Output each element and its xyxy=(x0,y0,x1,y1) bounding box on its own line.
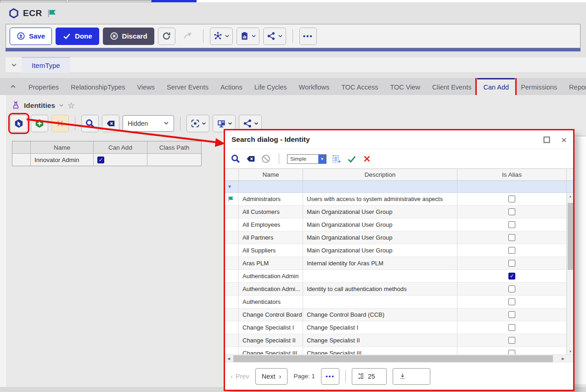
cancel-icon[interactable] xyxy=(362,154,372,164)
row-selector-cell[interactable] xyxy=(12,154,31,166)
column-header[interactable] xyxy=(225,169,239,180)
is-alias-checkbox[interactable] xyxy=(508,260,515,267)
tab-actions[interactable]: Actions xyxy=(214,78,248,95)
related-grid-row[interactable]: Innovator Admin✓ xyxy=(12,154,201,166)
row-selector-cell[interactable] xyxy=(225,257,239,270)
scroll-right-icon[interactable]: ▶ xyxy=(559,355,567,363)
chevron-up-icon[interactable] xyxy=(10,78,16,95)
column-header[interactable] xyxy=(12,141,31,154)
is-alias-checkbox[interactable] xyxy=(508,247,515,254)
tab-toc-access[interactable]: TOC Access xyxy=(335,78,384,95)
is-alias-checkbox[interactable] xyxy=(508,286,515,292)
row-selector-cell[interactable] xyxy=(225,296,239,308)
is-alias-checkbox[interactable] xyxy=(508,298,515,305)
save-button[interactable]: Save xyxy=(10,28,52,45)
dialog-grid-row[interactable]: Change Specialist IIIChange Specialist I… xyxy=(225,347,567,354)
tab-permissions[interactable]: Permissions xyxy=(515,78,563,95)
is-alias-checkbox[interactable] xyxy=(508,234,515,241)
scroll-left-icon[interactable]: ◀ xyxy=(225,355,232,363)
row-selector-cell[interactable] xyxy=(225,193,239,206)
filter-cell[interactable] xyxy=(457,181,567,192)
share-menu-button[interactable] xyxy=(263,28,286,45)
tab-workflows[interactable]: Workflows xyxy=(293,78,336,95)
tab-server-events[interactable]: Server Events xyxy=(161,78,214,95)
tab-life-cycles[interactable]: Life Cycles xyxy=(248,78,293,95)
is-alias-checkbox[interactable] xyxy=(508,311,515,318)
search-mode-select[interactable]: Hidden xyxy=(123,115,174,132)
dialog-grid-row[interactable]: All EmployeesMain Organizational User Gr… xyxy=(225,218,567,231)
maximize-button[interactable] xyxy=(543,136,550,143)
refresh-button[interactable] xyxy=(158,28,175,45)
add-criteria-row-icon[interactable] xyxy=(332,154,342,164)
chevron-down-icon[interactable] xyxy=(59,103,64,108)
dialog-grid-row[interactable]: Change Control BoardChange Control Board… xyxy=(225,308,567,321)
row-selector-cell[interactable] xyxy=(225,334,239,347)
favorite-star-icon[interactable]: ☆ xyxy=(68,101,75,110)
scroll-up-icon[interactable]: ▲ xyxy=(567,193,574,199)
column-header[interactable]: Class Path xyxy=(147,141,201,154)
scroll-down-icon[interactable]: ▼ xyxy=(567,348,574,354)
tab-relationshiptypes[interactable]: RelationshipTypes xyxy=(65,78,131,95)
dialog-grid-row[interactable]: Authentication Admin✓ xyxy=(225,270,567,283)
more-actions-button[interactable]: ••• xyxy=(299,28,317,45)
close-button[interactable]: × xyxy=(561,135,567,145)
column-header[interactable]: Name xyxy=(239,169,303,180)
row-selector-cell[interactable] xyxy=(225,231,239,244)
is-alias-checkbox[interactable] xyxy=(508,337,515,344)
dialog-grid-row[interactable]: All CustomersMain Organizational User Gr… xyxy=(225,206,567,218)
row-selector-cell[interactable] xyxy=(225,206,239,218)
dialog-grid-row[interactable]: Change Specialist IIChange Specialist II xyxy=(225,334,567,347)
row-selector-cell[interactable] xyxy=(225,321,239,334)
filter-cell[interactable] xyxy=(239,181,303,192)
dialog-grid-row[interactable]: All SuppliersMain Organizational User Gr… xyxy=(225,244,567,257)
export-button[interactable] xyxy=(393,368,430,385)
filter-cell[interactable] xyxy=(303,181,457,192)
scrollbar-thumb[interactable] xyxy=(568,203,573,270)
dialog-grid-row[interactable]: Authentication Admi...Identity to call a… xyxy=(225,283,567,296)
horizontal-scrollbar[interactable]: ◀ ▶ xyxy=(225,354,573,363)
row-selector-cell[interactable] xyxy=(225,244,239,257)
clear-search-icon[interactable] xyxy=(246,154,256,164)
more-pages-button[interactable]: ••• xyxy=(321,368,339,385)
can-add-checkbox[interactable]: ✓ xyxy=(97,157,104,163)
column-header[interactable]: Can Add xyxy=(94,141,147,154)
tab-reports[interactable]: Reports xyxy=(563,78,586,95)
tab-properties[interactable]: Properties xyxy=(23,78,65,95)
search-button[interactable] xyxy=(81,115,99,132)
add-related-button[interactable] xyxy=(31,115,48,132)
row-selector-cell[interactable] xyxy=(225,347,239,354)
is-alias-checkbox[interactable]: ✓ xyxy=(508,273,515,280)
dialog-grid-row[interactable]: AdministratorsUsers with access to syste… xyxy=(225,193,567,206)
focus-menu-button[interactable] xyxy=(186,115,209,132)
is-alias-checkbox[interactable] xyxy=(508,208,515,215)
tab-views[interactable]: Views xyxy=(131,78,161,95)
dialog-grid-row[interactable]: Aras PLMInternal identity for Aras PLM xyxy=(225,257,567,270)
is-alias-checkbox[interactable] xyxy=(508,196,515,202)
pick-related-button[interactable] xyxy=(10,115,28,132)
reports-menu-button[interactable] xyxy=(237,28,259,45)
column-header[interactable]: Is Alias xyxy=(457,169,567,180)
row-selector-cell[interactable] xyxy=(225,218,239,231)
confirm-icon[interactable] xyxy=(347,154,357,164)
clear-search-button[interactable] xyxy=(102,115,119,132)
chevron-down-icon[interactable] xyxy=(11,62,17,68)
tab-client-events[interactable]: Client Events xyxy=(426,78,477,95)
run-search-icon[interactable] xyxy=(231,154,241,164)
dialog-grid-row[interactable]: Authenticators xyxy=(225,296,567,308)
tab-can-add[interactable]: Can Add xyxy=(477,78,515,95)
page-size-control[interactable]: 25 xyxy=(352,368,387,385)
itemtype-form-tab[interactable]: ItemType xyxy=(22,57,70,73)
row-selector-cell[interactable] xyxy=(225,283,239,296)
scrollbar-thumb[interactable] xyxy=(233,355,553,362)
dialog-grid-row[interactable]: Change Specialist IChange Specialist I xyxy=(225,321,567,334)
structure-menu-button[interactable] xyxy=(210,28,233,45)
tab-toc-view[interactable]: TOC View xyxy=(384,78,427,95)
is-alias-checkbox[interactable] xyxy=(508,324,515,331)
column-header[interactable]: Name xyxy=(31,141,94,154)
column-header[interactable]: Description xyxy=(303,169,457,180)
discard-button[interactable]: Discard xyxy=(103,28,154,45)
row-selector-cell[interactable] xyxy=(225,308,239,321)
filter-row[interactable]: ▼ xyxy=(225,181,573,193)
vertical-scrollbar[interactable]: ▲ ▼ xyxy=(567,193,573,354)
is-alias-checkbox[interactable] xyxy=(508,221,515,228)
